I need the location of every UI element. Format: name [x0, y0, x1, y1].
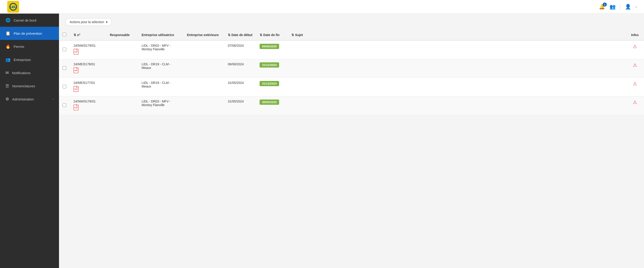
- th-num[interactable]: ⇅ n°: [70, 29, 106, 40]
- sidebar-item-plan-de-prevention[interactable]: 📋 Plan de prévention: [0, 27, 59, 40]
- row1-date-fin-badge: 06/06/2025: [260, 44, 279, 49]
- th-sujet[interactable]: ⇅ Sujet: [288, 29, 626, 40]
- row4-sujet: [288, 96, 626, 115]
- row3-checkbox-cell: [59, 78, 70, 96]
- header-actions: 🔔 1 👥 👤 ›: [599, 4, 637, 10]
- sidebar-label-notifications: Notifications: [12, 71, 54, 75]
- row1-date-debut: 07/06/2024: [224, 40, 256, 59]
- row4-num-cell: 24/NW/0176/01 PDF: [70, 96, 106, 115]
- row1-ent-util: LIDL - DR03 - MFV - Montoy Flanville: [138, 40, 183, 59]
- row4-infos: ⚠: [626, 96, 644, 115]
- table-row: 24/NW/0179/01 PDF: [59, 40, 644, 59]
- row3-date-debut: 31/05/2024: [224, 78, 256, 96]
- row2-infos: ⚠: [626, 59, 644, 78]
- table-row: 24/ME/0177/01 PDF LIDL - DR: [59, 78, 644, 96]
- row4-ent-util: LIDL - DR03 - MFV - Montoy Flanville: [138, 96, 183, 115]
- svg-text:LIDL: LIDL: [10, 5, 16, 8]
- th-ent-ext-label: Entreprise extérieure: [187, 33, 219, 37]
- table-row: 24/ME/0178/01 PDF: [59, 59, 644, 78]
- sidebar-label-administration: Administration: [12, 97, 50, 101]
- actions-selection-label: Actions pour la sélection: [70, 20, 104, 24]
- row2-pdf-icon[interactable]: PDF: [74, 67, 78, 74]
- svg-text:PDF: PDF: [74, 51, 78, 53]
- svg-text:PDF: PDF: [74, 70, 78, 71]
- row3-warning-icon[interactable]: ⚠: [633, 81, 637, 86]
- globe-icon: 🌐: [6, 18, 10, 23]
- row3-num-cell: 24/ME/0177/01 PDF: [70, 78, 106, 96]
- row1-warning-icon[interactable]: ⚠: [633, 44, 637, 49]
- th-date-fin[interactable]: ⇅ Date de fin: [256, 29, 288, 40]
- th-ent-utilisatrice: Entreprise utilisatrice: [138, 29, 183, 40]
- th-date-fin-label: Date de fin: [263, 33, 280, 37]
- row2-date-debut: 06/06/2024: [224, 59, 256, 78]
- table-header-row: ⇅ n° Responsable Entreprise utilisatrice…: [59, 29, 644, 40]
- row4-num[interactable]: 24/NW/0176/01: [74, 100, 102, 103]
- sidebar-item-administration[interactable]: ⚙ Administration ›: [0, 92, 59, 106]
- row2-warning-icon[interactable]: ⚠: [633, 63, 637, 68]
- row4-checkbox[interactable]: [63, 103, 66, 107]
- row4-ent-ext: [183, 96, 224, 115]
- actions-selection-button[interactable]: Actions pour la sélection ▾: [65, 18, 112, 26]
- app-header: LIDL 🔔 1 👥 👤 ›: [0, 0, 644, 13]
- sidebar-item-nomenclatures[interactable]: ☰ Nomenclatures: [0, 79, 59, 92]
- row2-num[interactable]: 24/ME/0178/01: [74, 62, 102, 66]
- row4-pdf-icon[interactable]: PDF: [74, 104, 78, 112]
- sidebar-label-carnet-de-bord: Carnet de bord: [14, 18, 54, 22]
- main-layout: 🌐 Carnet de bord 📋 Plan de prévention 🔥 …: [0, 13, 644, 268]
- row2-num-cell: 24/ME/0178/01 PDF: [70, 59, 106, 78]
- logo-area: LIDL: [7, 1, 19, 13]
- users-icon: 👥: [6, 57, 10, 62]
- notification-badge: 1: [603, 2, 607, 6]
- th-num-sort-icon: ⇅: [74, 33, 76, 37]
- svg-text:PDF: PDF: [74, 88, 78, 90]
- toolbar: Actions pour la sélection ▾: [59, 13, 644, 29]
- user-menu-chevron[interactable]: ›: [636, 5, 637, 8]
- th-date-fin-sort-icon: ⇅: [260, 33, 262, 37]
- row4-date-fin: 30/05/2025: [256, 96, 288, 115]
- user-avatar-icon[interactable]: 👤: [625, 4, 631, 10]
- row3-num[interactable]: 24/ME/0177/01: [74, 81, 102, 85]
- select-all-checkbox[interactable]: [63, 33, 66, 36]
- row3-infos: ⚠: [626, 78, 644, 96]
- row3-responsable: [106, 78, 138, 96]
- sidebar-item-entreprises[interactable]: 👥 Entreprises: [0, 53, 59, 66]
- th-responsable: Responsable: [106, 29, 138, 40]
- lidl-logo-svg: LIDL: [8, 2, 18, 12]
- row1-checkbox-cell: [59, 40, 70, 59]
- th-checkbox: [59, 29, 70, 40]
- sidebar-item-carnet-de-bord[interactable]: 🌐 Carnet de bord: [0, 13, 59, 27]
- row3-date-fin-badge: 31/12/2024: [260, 81, 279, 86]
- th-sujet-sort-icon: ⇅: [291, 33, 294, 37]
- row3-sujet: [288, 78, 626, 96]
- row2-responsable: [106, 59, 138, 78]
- sidebar-item-permis[interactable]: 🔥 Permis: [0, 40, 59, 53]
- group-icon[interactable]: 👥: [610, 4, 616, 10]
- table-header: ⇅ n° Responsable Entreprise utilisatrice…: [59, 29, 644, 40]
- header-divider: [620, 4, 620, 10]
- administration-chevron-icon: ›: [53, 97, 54, 101]
- row3-pdf-icon[interactable]: PDF: [74, 86, 78, 93]
- row1-checkbox[interactable]: [63, 48, 66, 51]
- row3-ent-ext: [183, 78, 224, 96]
- th-ent-exterieure: Entreprise extérieure: [183, 29, 224, 40]
- row2-checkbox[interactable]: [63, 66, 66, 70]
- th-responsable-label: Responsable: [110, 33, 130, 37]
- data-table-container: ⇅ n° Responsable Entreprise utilisatrice…: [59, 29, 644, 115]
- row4-warning-icon[interactable]: ⚠: [633, 100, 637, 105]
- th-date-debut[interactable]: ⇅ Date de début: [224, 29, 256, 40]
- row1-pdf-icon[interactable]: PDF: [74, 49, 78, 56]
- row3-ent-util: LIDL - DR19 - CLM - Meaux: [138, 78, 183, 96]
- row2-date-fin-badge: 31/12/2024: [260, 62, 279, 68]
- row3-checkbox[interactable]: [63, 85, 66, 88]
- row2-ent-ext: [183, 59, 224, 78]
- sidebar-label-permis: Permis: [14, 45, 54, 48]
- notification-bell[interactable]: 🔔 1: [599, 4, 605, 10]
- row1-date-fin: 06/06/2025: [256, 40, 288, 59]
- row1-num-cell: 24/NW/0179/01 PDF: [70, 40, 106, 59]
- sidebar-item-notifications[interactable]: ✉ Notifications: [0, 66, 59, 79]
- row1-num[interactable]: 24/NW/0179/01: [74, 44, 102, 47]
- th-infos-label: Infos: [631, 33, 638, 37]
- row1-infos: ⚠: [626, 40, 644, 59]
- row4-date-debut: 31/05/2024: [224, 96, 256, 115]
- list-icon: ☰: [6, 83, 9, 88]
